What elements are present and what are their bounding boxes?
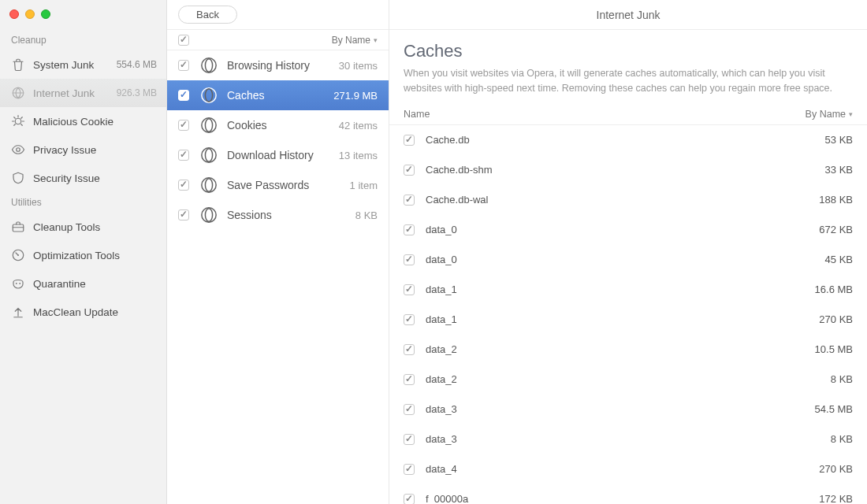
file-sort-dropdown[interactable]: By Name ▾: [806, 109, 853, 120]
eye-icon: [11, 143, 25, 157]
sidebar-item-quarantine[interactable]: Quarantine: [0, 269, 166, 298]
select-all-categories-checkbox[interactable]: [178, 35, 189, 46]
file-row[interactable]: data_0672 KB: [389, 215, 867, 245]
sidebar: CleanupSystem Junk554.6 MBInternet Junk9…: [0, 0, 167, 504]
file-size: 8 KB: [831, 433, 853, 445]
shield-icon: [11, 171, 25, 185]
file-name: data_2: [426, 343, 457, 355]
file-name: Cache.db-wal: [426, 194, 489, 206]
trash-icon: [11, 57, 25, 72]
file-row[interactable]: data_116.6 MB: [389, 275, 867, 305]
file-checkbox[interactable]: [404, 135, 415, 146]
file-checkbox[interactable]: [404, 195, 415, 206]
file-size: 270 KB: [819, 313, 853, 325]
file-row[interactable]: Cache.db-wal188 KB: [389, 185, 867, 215]
file-row[interactable]: Cache.db-shm33 KB: [389, 155, 867, 185]
upload-icon: [11, 305, 25, 319]
file-row[interactable]: data_1270 KB: [389, 305, 867, 335]
sidebar-item-malicious-cookie[interactable]: Malicious Cookie: [0, 107, 166, 135]
file-size: 45 KB: [825, 254, 853, 265]
sidebar-item-label: Privacy Issue: [33, 144, 157, 156]
detail-description: When you visit websites via Opera, it wi…: [404, 66, 853, 96]
gauge-icon: [11, 248, 25, 262]
file-checkbox[interactable]: [404, 374, 415, 385]
svg-point-18: [202, 208, 216, 222]
file-row[interactable]: data_28 KB: [389, 365, 867, 395]
file-row[interactable]: f_00000a172 KB: [389, 484, 867, 505]
briefcase-icon: [11, 220, 25, 234]
file-size: 53 KB: [825, 134, 853, 146]
svg-point-13: [205, 119, 212, 132]
category-checkbox[interactable]: [178, 150, 189, 161]
category-checkbox[interactable]: [178, 120, 189, 131]
window-controls: [0, 3, 166, 30]
file-row[interactable]: data_38 KB: [389, 424, 867, 454]
category-meta: 1 item: [350, 180, 378, 191]
file-size: 172 KB: [819, 493, 853, 504]
back-button[interactable]: Back: [178, 6, 237, 24]
svg-point-10: [202, 88, 216, 102]
file-checkbox[interactable]: [404, 314, 415, 325]
sidebar-item-system-junk[interactable]: System Junk554.6 MB: [0, 50, 166, 79]
sidebar-item-label: Quarantine: [33, 278, 157, 290]
category-toolbar: Back: [167, 0, 389, 30]
file-row[interactable]: data_354.5 MB: [389, 395, 867, 424]
file-row[interactable]: data_045 KB: [389, 245, 867, 275]
sidebar-item-macclean-update[interactable]: MacClean Update: [0, 298, 166, 326]
file-size: 54.5 MB: [815, 403, 853, 415]
svg-point-6: [16, 283, 17, 284]
category-row[interactable]: Sessions8 KB: [167, 200, 389, 230]
minimize-window-button[interactable]: [25, 9, 35, 19]
window-title-label: Internet Junk: [597, 9, 660, 21]
sidebar-item-cleanup-tools[interactable]: Cleanup Tools: [0, 213, 166, 241]
close-window-button[interactable]: [9, 9, 19, 19]
svg-point-15: [205, 149, 212, 162]
svg-point-8: [202, 58, 216, 72]
file-checkbox[interactable]: [404, 344, 415, 355]
file-checkbox[interactable]: [404, 464, 415, 475]
category-row[interactable]: Download History13 items: [167, 140, 389, 170]
category-checkbox[interactable]: [178, 90, 189, 101]
file-row[interactable]: data_210.5 MB: [389, 335, 867, 365]
category-row[interactable]: Caches271.9 MB: [167, 80, 389, 110]
category-meta: 13 items: [339, 150, 378, 161]
category-row[interactable]: Save Passwords1 item: [167, 170, 389, 200]
file-checkbox[interactable]: [404, 254, 415, 265]
file-checkbox[interactable]: [404, 284, 415, 295]
file-name: data_3: [426, 403, 457, 415]
file-size: 16.6 MB: [815, 284, 853, 295]
category-row[interactable]: Cookies42 items: [167, 110, 389, 140]
category-list: Browsing History30 itemsCaches271.9 MBCo…: [167, 50, 389, 504]
file-checkbox[interactable]: [404, 434, 415, 445]
sidebar-item-label: Malicious Cookie: [33, 116, 157, 128]
category-meta: 30 items: [339, 60, 378, 72]
svg-point-17: [205, 179, 212, 192]
file-checkbox[interactable]: [404, 494, 415, 505]
file-checkbox[interactable]: [404, 165, 415, 176]
detail-pane: Internet Junk Caches When you visit webs…: [389, 0, 867, 504]
file-row[interactable]: data_4270 KB: [389, 454, 867, 484]
sidebar-item-label: System Junk: [33, 59, 117, 71]
svg-point-14: [202, 148, 216, 162]
window-title: Internet Junk: [389, 0, 867, 30]
column-name-label: Name: [404, 109, 430, 120]
file-name: Cache.db: [426, 134, 470, 146]
sidebar-item-optimization-tools[interactable]: Optimization Tools: [0, 241, 166, 269]
file-row[interactable]: Cache.db53 KB: [389, 125, 867, 155]
category-checkbox[interactable]: [178, 60, 189, 71]
sidebar-item-security-issue[interactable]: Security Issue: [0, 164, 166, 192]
svg-point-2: [17, 148, 20, 152]
file-name: data_1: [426, 313, 457, 325]
sidebar-item-label: Security Issue: [33, 172, 157, 184]
svg-point-16: [202, 178, 216, 192]
category-checkbox[interactable]: [178, 209, 189, 220]
file-checkbox[interactable]: [404, 224, 415, 235]
category-checkbox[interactable]: [178, 180, 189, 191]
sidebar-item-privacy-issue[interactable]: Privacy Issue: [0, 135, 166, 164]
category-row[interactable]: Browsing History30 items: [167, 50, 389, 80]
file-checkbox[interactable]: [404, 404, 415, 415]
zoom-window-button[interactable]: [41, 9, 50, 19]
sidebar-item-internet-junk[interactable]: Internet Junk926.3 MB: [0, 79, 166, 107]
category-sort-bar: By Name ▾: [167, 30, 389, 50]
category-sort-dropdown[interactable]: By Name ▾: [332, 35, 378, 46]
